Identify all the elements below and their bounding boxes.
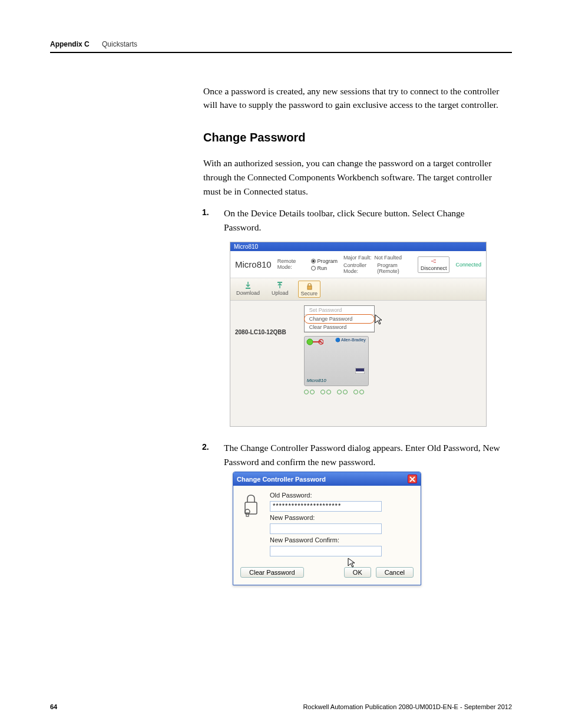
clear-password-button[interactable]: Clear Password <box>240 567 304 578</box>
terminal-icon <box>355 368 365 374</box>
controller-mode-label: Controller Mode: <box>343 262 374 274</box>
appendix-label: Appendix C <box>50 40 90 48</box>
brand-label: 🔵 Allen-Bradley <box>335 338 366 342</box>
intro-paragraph: Once a password is created, any new sess… <box>203 84 504 112</box>
major-fault-label: Major Fault: <box>343 255 372 261</box>
change-password-heading: Change Password <box>203 131 305 144</box>
cursor-icon <box>375 314 384 326</box>
cancel-button[interactable]: Cancel <box>376 567 414 578</box>
step-2-num: 2. <box>202 442 209 452</box>
menu-change-password[interactable]: Change Password <box>304 314 375 324</box>
menu-set-password: Set Password <box>305 306 374 315</box>
controller-mode-value: Program (Remote) <box>377 262 412 274</box>
device-image-label: Micro810 <box>307 378 326 383</box>
secure-dropdown-menu: Set Password Change Password Clear Passw… <box>304 305 375 332</box>
svg-point-10 <box>245 509 250 514</box>
svg-rect-1 <box>277 282 282 283</box>
old-password-label: Old Password: <box>270 492 414 499</box>
download-button[interactable]: Download <box>234 281 262 298</box>
device-image-panel: 🔵 Allen-Bradley Micro810 <box>304 336 375 394</box>
io-indicators <box>304 390 375 394</box>
radio-dot-icon <box>311 259 316 263</box>
close-button[interactable] <box>408 475 417 483</box>
svg-point-3 <box>307 339 313 345</box>
new-password-input[interactable] <box>270 523 382 534</box>
step-1: 1. On the Device Details toolbar, click … <box>215 206 504 235</box>
upload-button[interactable]: Upload <box>269 281 291 298</box>
tab-micro810[interactable]: Micro810 <box>230 242 486 251</box>
radio-run[interactable]: Run <box>311 265 338 271</box>
connected-status: Connected <box>455 262 481 268</box>
upload-icon <box>276 281 284 289</box>
page-footer: 64 Rockwell Automation Publication 2080-… <box>50 703 512 710</box>
device-header: Micro810 Remote Mode: Program Run Major … <box>230 251 486 278</box>
ok-button[interactable]: OK <box>344 567 371 578</box>
step-2: 2. The Change Controller Password dialog… <box>215 441 504 469</box>
secure-button[interactable]: Secure <box>298 281 321 298</box>
publication-info: Rockwell Automation Publication 2080-UM0… <box>303 703 512 710</box>
confirm-password-input[interactable] <box>270 546 382 556</box>
device-name: Micro810 <box>235 259 272 269</box>
dialog-title: Change Controller Password <box>237 476 326 483</box>
step-1-num: 1. <box>202 207 209 217</box>
plug-icon <box>430 258 437 264</box>
page-number: 64 <box>50 703 57 710</box>
confirm-password-label: New Password Confirm: <box>270 536 414 543</box>
menu-clear-password[interactable]: Clear Password <box>305 323 374 332</box>
change-password-desc: With an authorized session, you can chan… <box>203 156 504 199</box>
old-password-input[interactable]: ********************** <box>270 501 382 512</box>
radio-dot-icon <box>311 266 316 271</box>
radio-program[interactable]: Program <box>311 258 338 264</box>
section-label: Quickstarts <box>102 40 137 48</box>
step-1-text: On the Device Details toolbar, click Sec… <box>215 206 504 235</box>
remote-mode-label: Remote Mode: <box>277 259 305 271</box>
header-rule <box>50 52 512 53</box>
cursor-icon <box>348 558 356 568</box>
running-header: Appendix C Quickstarts <box>50 40 512 48</box>
step-2-text: The Change Controller Password dialog ap… <box>215 441 504 469</box>
close-icon <box>409 476 415 482</box>
device-details-screenshot: Micro810 Micro810 Remote Mode: Program R… <box>230 242 487 427</box>
svg-rect-11 <box>246 513 249 516</box>
disconnect-button[interactable]: Disconnect <box>418 256 450 273</box>
catalog-number: 2080-LC10-12QBB <box>235 305 286 394</box>
download-icon <box>244 281 252 289</box>
major-fault-value: Not Faulted <box>375 255 402 261</box>
dialog-titlebar: Change Controller Password <box>233 472 421 486</box>
svg-rect-2 <box>308 286 312 289</box>
svg-rect-9 <box>245 502 257 514</box>
lock-icon <box>305 282 313 290</box>
svg-rect-0 <box>246 288 250 289</box>
new-password-label: New Password: <box>270 514 414 521</box>
lock-key-icon <box>240 492 262 518</box>
change-password-dialog: Change Controller Password Old Password:… <box>233 472 421 585</box>
status-led-icon <box>306 338 323 346</box>
device-toolbar: Download Upload Secure <box>230 278 486 301</box>
svg-rect-8 <box>356 368 364 371</box>
